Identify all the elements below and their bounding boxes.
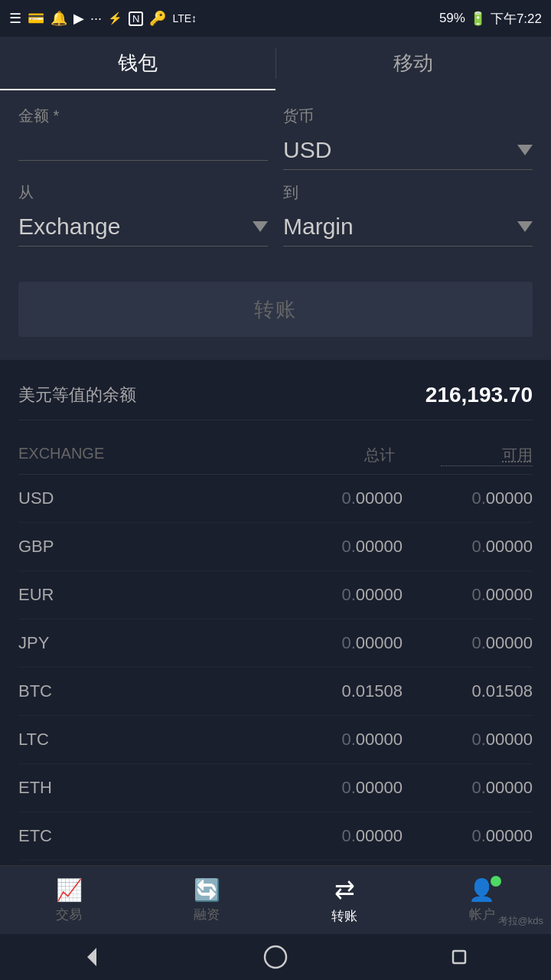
row-values: 0.00000 0.00000 xyxy=(303,585,533,605)
bell-icon: 🔔 xyxy=(51,10,67,27)
wallet-icon: 💳 xyxy=(28,10,44,27)
table-row: JPY 0.00000 0.00000 xyxy=(18,619,533,668)
tab-move[interactable]: 移动 xyxy=(276,37,552,90)
main-tabs: 钱包 移动 xyxy=(0,37,551,90)
row-values: 0.00000 0.00000 xyxy=(303,633,533,653)
balance-label: 美元等值的余额 xyxy=(18,384,136,407)
nav-label-account: 帐户 xyxy=(469,906,495,923)
nav-item-finance[interactable]: 🔄 融资 xyxy=(194,877,220,923)
table-header-cols: 总计 可用 xyxy=(303,445,533,466)
from-group: 从 Exchange xyxy=(18,182,268,247)
row-available: 0.00000 xyxy=(433,537,533,557)
row-available: 0.01508 xyxy=(433,681,533,701)
currency-chevron-down-icon xyxy=(517,145,533,155)
from-select[interactable]: Exchange xyxy=(18,207,268,247)
form-row-amount-currency: 金额 * 货币 USD xyxy=(18,106,533,170)
form-row-from-to: 从 Exchange 到 Margin xyxy=(18,182,533,247)
to-chevron-down-icon xyxy=(517,221,533,232)
row-available: 0.00000 xyxy=(433,633,533,653)
from-chevron-down-icon xyxy=(253,221,268,232)
row-total: 0.00000 xyxy=(303,778,403,798)
recents-button[interactable] xyxy=(445,943,473,971)
home-icon xyxy=(262,943,289,971)
table-row: USD 0.00000 0.00000 xyxy=(18,475,533,523)
amount-label: 金额 * xyxy=(18,106,268,126)
row-total: 0.01508 xyxy=(303,681,403,701)
row-symbol: LTC xyxy=(18,730,95,750)
more-icon: ··· xyxy=(90,11,102,27)
time: 下午7:22 xyxy=(491,10,542,28)
amount-input[interactable] xyxy=(18,131,268,161)
row-total: 0.00000 xyxy=(303,730,403,750)
exchange-label: EXCHANGE xyxy=(18,445,104,466)
trade-icon: 📈 xyxy=(56,877,83,903)
transfer-icon: ⇄ xyxy=(334,875,355,904)
to-label: 到 xyxy=(283,182,533,203)
balance-row: 美元等值的余额 216,193.70 xyxy=(18,383,533,420)
row-values: 0.00000 0.00000 xyxy=(303,778,533,798)
table-row: GBP 0.00000 0.00000 xyxy=(18,523,533,571)
nfc-icon: N xyxy=(129,11,143,26)
status-right: 59% 🔋 下午7:22 xyxy=(439,10,542,28)
to-group: 到 Margin xyxy=(283,182,533,247)
nav-item-account[interactable]: 👤 帐户 xyxy=(468,877,495,923)
tab-wallet[interactable]: 钱包 xyxy=(0,37,276,90)
row-values: 0.00000 0.00000 xyxy=(303,537,533,557)
row-available: 0.00000 xyxy=(433,730,533,750)
table-row: LTC 0.00000 0.00000 xyxy=(18,716,533,764)
row-total: 0.00000 xyxy=(303,537,403,557)
row-total: 0.00000 xyxy=(303,488,403,508)
back-icon xyxy=(78,943,106,971)
svg-rect-2 xyxy=(453,951,465,963)
row-total: 0.00000 xyxy=(303,633,403,653)
to-value: Margin xyxy=(283,214,354,240)
nav-label-finance: 融资 xyxy=(194,906,220,923)
status-left-icons: ☰ 💳 🔔 ▶ ··· ⚡ N 🔑 LTE↕ xyxy=(9,10,197,27)
home-button[interactable] xyxy=(262,943,289,971)
battery-percent: 59% xyxy=(439,11,465,26)
finance-icon: 🔄 xyxy=(194,877,220,903)
row-symbol: USD xyxy=(18,488,95,508)
col-available-header: 可用 xyxy=(441,445,533,466)
send-icon: ▶ xyxy=(73,10,84,27)
table-row: ETH 0.00000 0.00000 xyxy=(18,764,533,812)
recents-icon xyxy=(445,943,473,971)
to-select[interactable]: Margin xyxy=(283,207,533,247)
transfer-button[interactable]: 转账 xyxy=(18,282,533,337)
svg-marker-0 xyxy=(87,948,96,966)
system-nav xyxy=(0,934,551,980)
row-total: 0.00000 xyxy=(303,585,403,605)
signal-icon: LTE↕ xyxy=(172,12,197,24)
table-row: BTC 0.01508 0.01508 xyxy=(18,668,533,716)
transfer-form: 金额 * 货币 USD 从 Exchange 到 Margin xyxy=(0,90,551,282)
row-total: 0.00000 xyxy=(303,826,403,846)
key-icon: 🔑 xyxy=(149,10,166,27)
bluetooth-icon: ⚡ xyxy=(108,11,122,25)
nav-label-transfer: 转账 xyxy=(331,907,357,925)
battery-icon: 🔋 xyxy=(470,11,486,27)
row-values: 0.00000 0.00000 xyxy=(303,826,533,846)
currency-group: 货币 USD xyxy=(283,106,533,170)
transfer-btn-wrap: 转账 xyxy=(0,282,551,364)
row-values: 0.01508 0.01508 xyxy=(303,681,533,701)
currency-select[interactable]: USD xyxy=(283,131,533,170)
nav-item-transfer[interactable]: ⇄ 转账 xyxy=(331,875,357,925)
back-button[interactable] xyxy=(78,943,106,971)
row-symbol: JPY xyxy=(18,633,95,653)
table-row: ETC 0.00000 0.00000 xyxy=(18,812,533,861)
balance-section: 美元等值的余额 216,193.70 xyxy=(0,364,551,433)
currency-label: 货币 xyxy=(283,106,533,126)
balance-value: 216,193.70 xyxy=(425,383,533,407)
row-symbol: BTC xyxy=(18,681,95,701)
table-row: EUR 0.00000 0.00000 xyxy=(18,571,533,619)
account-dot xyxy=(491,876,501,887)
bottom-nav: 📈 交易 🔄 融资 ⇄ 转账 👤 帐户 xyxy=(0,865,551,934)
nav-item-trade[interactable]: 📈 交易 xyxy=(56,877,83,923)
table-header: EXCHANGE 总计 可用 xyxy=(18,433,533,475)
from-label: 从 xyxy=(18,182,268,203)
menu-icon: ☰ xyxy=(9,10,21,27)
currency-value: USD xyxy=(283,137,331,163)
row-symbol: ETH xyxy=(18,778,95,798)
amount-group: 金额 * xyxy=(18,106,268,170)
row-values: 0.00000 0.00000 xyxy=(303,730,533,750)
